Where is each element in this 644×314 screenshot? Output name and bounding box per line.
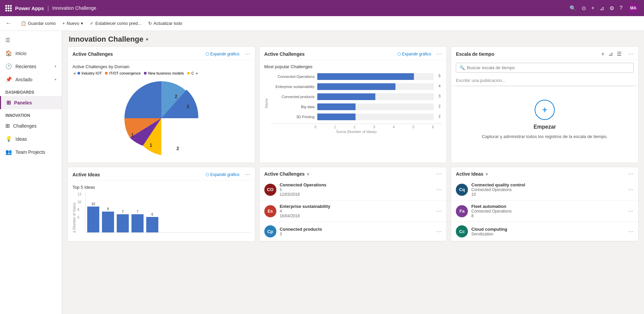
idea-name-1: Connected quality control bbox=[471, 182, 625, 187]
timeline-filter-icon[interactable]: ⊿ bbox=[608, 51, 613, 57]
challenge-name-2: Enterprise sustainability bbox=[280, 204, 433, 209]
bar-card-body: Most popular Challenges Name Connected O… bbox=[260, 60, 447, 138]
idea-more-2[interactable]: ⋯ bbox=[628, 208, 634, 214]
idea-more-3[interactable]: ⋯ bbox=[628, 228, 634, 235]
pie-card-body: Active Challenges by Domain ◄ Industry I… bbox=[68, 60, 255, 163]
expand-ideas-button[interactable]: ⬡ Expandir gráfico bbox=[206, 172, 239, 177]
sidebar-item-recientes[interactable]: 🕐 Recientes ▾ bbox=[0, 60, 62, 73]
ideas-bar-1 bbox=[87, 207, 99, 232]
legend-new-biz: New business models bbox=[144, 71, 184, 75]
challenge-more-3[interactable]: ⋯ bbox=[436, 228, 442, 235]
sidebar-item-team-projects[interactable]: 👥 Team Projects bbox=[0, 145, 62, 159]
bar-subtitle: Most popular Challenges bbox=[264, 64, 442, 69]
timeline-start-button[interactable]: + bbox=[535, 100, 555, 120]
bar-fill-5 bbox=[317, 114, 356, 120]
pie-slice-6 bbox=[124, 81, 161, 118]
help-icon[interactable]: ? bbox=[620, 5, 623, 11]
search-icon[interactable]: 🔍 bbox=[570, 5, 576, 11]
bar-fill-4 bbox=[317, 103, 356, 110]
idea-sub-2: Connected Operations bbox=[471, 209, 625, 214]
ideas-bar-val-5: 6 bbox=[151, 213, 153, 216]
circle-check-icon[interactable]: ⊙ bbox=[582, 5, 586, 11]
new-icon: + bbox=[62, 21, 65, 26]
main-content: Innovation Challenge ▾ Active Challenges… bbox=[62, 31, 644, 314]
x-val-3: 3 bbox=[373, 125, 375, 129]
timeline-publish-area[interactable]: Escribir una publicación... bbox=[451, 75, 638, 86]
sidebar-item-inicio[interactable]: 🏠 Inicio bbox=[0, 47, 62, 60]
challenge-more-2[interactable]: ⋯ bbox=[436, 208, 442, 214]
challenges-list-dropdown[interactable]: ∨ bbox=[307, 172, 310, 176]
filter-icon[interactable]: ⊿ bbox=[600, 5, 604, 11]
idea-avatar-1: Cq bbox=[456, 184, 468, 196]
ideas-chart-menu[interactable]: ⋯ bbox=[245, 171, 250, 178]
content-header: Innovation Challenge ▾ bbox=[62, 31, 644, 46]
ideas-y-axis: 13 10 8 5 bbox=[77, 192, 84, 233]
challenges-list-body: CO Connected Operations 5 12/03/2018 ⋯ E… bbox=[260, 179, 447, 241]
legend-next-icon[interactable]: ► bbox=[195, 71, 199, 75]
settings-icon[interactable]: ⚙ bbox=[609, 5, 614, 11]
bar-chart-rows: Connected Operations 5 Enterprise sustai… bbox=[271, 73, 442, 134]
sidebar-item-paneles[interactable]: ⊞ Paneles bbox=[0, 96, 62, 109]
idea-more-1[interactable]: ⋯ bbox=[628, 186, 634, 193]
challenge-avatar-3: Cp bbox=[264, 225, 276, 237]
back-button[interactable]: ← bbox=[5, 20, 11, 27]
apps-grid-icon[interactable] bbox=[5, 5, 12, 11]
bar-card-menu[interactable]: ⋯ bbox=[436, 51, 442, 57]
ideas-bar-2 bbox=[102, 212, 114, 232]
pie-card-menu[interactable]: ⋯ bbox=[245, 51, 250, 57]
ideas-y-axis-label: a (Number of Votes) bbox=[72, 192, 76, 233]
ideas-bar-5 bbox=[146, 217, 158, 232]
legend-dot-4 bbox=[187, 72, 190, 75]
pin-icon: 📌 bbox=[5, 76, 12, 83]
refresh-button[interactable]: ↻ Actualizar todo bbox=[148, 21, 182, 26]
bar-fill-3 bbox=[317, 93, 376, 100]
bar-label-5: 3D Printing bbox=[271, 115, 315, 119]
timeline-list-icon[interactable]: ☰ bbox=[617, 51, 622, 57]
timeline-add-icon[interactable]: + bbox=[601, 51, 604, 57]
ideas-list-dropdown[interactable]: ∨ bbox=[485, 172, 488, 176]
ideas-bar-val-1: 10 bbox=[91, 202, 95, 206]
legend-dot-1 bbox=[77, 72, 80, 75]
nav-divider: | bbox=[47, 5, 49, 12]
pie-label-1a: 1 bbox=[150, 142, 152, 148]
user-avatar[interactable]: MA bbox=[628, 3, 639, 13]
idea-avatar-3: Cc bbox=[456, 225, 468, 237]
active-challenges-pie-card: Active Challenges ⬡ Expandir gráfico ⋯ A… bbox=[67, 46, 255, 163]
ideas-list-menu[interactable]: ⋯ bbox=[628, 171, 634, 177]
legend-c: C bbox=[187, 71, 194, 75]
idea-count-2: 8 bbox=[471, 214, 625, 218]
hamburger-button[interactable]: ☰ bbox=[0, 34, 62, 47]
expand-bar-button[interactable]: ⬡ Expandir gráfico bbox=[397, 52, 431, 56]
x-val-6: 6 bbox=[432, 125, 434, 129]
y-val-5: 5 bbox=[77, 216, 79, 219]
page-title-dropdown[interactable]: ▾ bbox=[146, 37, 148, 42]
set-default-button[interactable]: ✓ Establecer como pred... bbox=[90, 21, 141, 26]
idea-info-2: Fleet automation Connected Operations 8 bbox=[471, 204, 625, 218]
new-dropdown-icon[interactable]: ▾ bbox=[81, 21, 83, 26]
bar-value-2: 4 bbox=[438, 84, 440, 88]
bar-row-5: 3D Printing 2 bbox=[271, 114, 442, 120]
idea-count-1: 10 bbox=[471, 192, 625, 197]
new-button[interactable]: + Nuevo ▾ bbox=[62, 21, 83, 26]
app-name[interactable]: Power Apps bbox=[15, 5, 44, 11]
dashboards-section-label: Dashboards bbox=[0, 86, 62, 96]
page-nav-title: Innovation Challenge bbox=[52, 5, 97, 11]
ideas-bar-col-4: 7 bbox=[131, 210, 144, 232]
sidebar-item-challenges[interactable]: ⊞ Challenges bbox=[0, 119, 62, 132]
timeline-search-box[interactable]: 🔍 bbox=[456, 63, 634, 73]
bar-fill-1 bbox=[317, 73, 414, 80]
save-as-button[interactable]: 📋 Guardar como bbox=[21, 21, 56, 26]
sidebar-item-anclado[interactable]: 📌 Anclado ▾ bbox=[0, 73, 62, 86]
challenges-list-menu[interactable]: ⋯ bbox=[436, 171, 442, 177]
x-val-2: 2 bbox=[354, 125, 356, 129]
y-val-10: 10 bbox=[77, 200, 81, 204]
expand-pie-button[interactable]: ⬡ Expandir gráfico bbox=[206, 52, 239, 56]
sidebar-item-ideas[interactable]: 💡 Ideas bbox=[0, 132, 62, 145]
check-icon: ✓ bbox=[90, 21, 94, 26]
legend-prev-icon[interactable]: ◄ bbox=[72, 71, 76, 75]
timeline-menu[interactable]: ⋯ bbox=[628, 51, 634, 57]
challenge-more-1[interactable]: ⋯ bbox=[436, 186, 442, 193]
timeline-search-input[interactable] bbox=[467, 65, 630, 70]
plus-icon[interactable]: + bbox=[591, 5, 594, 11]
ideas-chart-area: 13 10 8 5 10 bbox=[77, 192, 250, 233]
